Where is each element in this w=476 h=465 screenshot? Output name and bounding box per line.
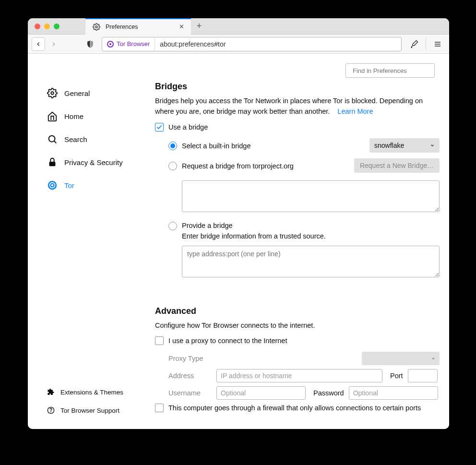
preferences-content: General Home Search Privacy & Security xyxy=(28,54,449,429)
window-controls xyxy=(28,24,66,29)
password-label: Password xyxy=(313,389,344,397)
shield-icon[interactable] xyxy=(83,37,97,51)
url-text: about:preferences#tor xyxy=(155,40,401,48)
firewall-checkbox-row: This computer goes through a firewall th… xyxy=(155,404,440,412)
svg-point-6 xyxy=(51,92,54,95)
search-box[interactable] xyxy=(345,63,435,78)
builtin-bridge-select[interactable]: snowflake xyxy=(369,138,440,153)
builtin-bridge-radio[interactable] xyxy=(168,142,177,150)
proxy-credentials-row: Username Password xyxy=(168,386,440,400)
maximize-window-button[interactable] xyxy=(54,24,60,29)
svg-point-15 xyxy=(51,412,51,412)
advanced-description: Configure how Tor Browser connects to th… xyxy=(155,320,440,331)
request-bridge-radio[interactable] xyxy=(168,162,177,170)
port-label: Port xyxy=(390,372,403,380)
tor-onion-icon xyxy=(107,41,114,48)
tab-preferences[interactable]: Preferences ✕ xyxy=(85,18,191,35)
sidebar-item-search[interactable]: Search xyxy=(47,128,155,151)
close-tab-icon[interactable]: ✕ xyxy=(177,23,186,30)
identity-label: Tor Browser xyxy=(117,40,150,48)
sidebar-item-label: Search xyxy=(64,135,87,143)
home-icon xyxy=(47,111,58,121)
svg-rect-9 xyxy=(49,162,56,166)
provide-bridge-hint: Enter bridge information from a trusted … xyxy=(182,232,440,240)
username-label: Username xyxy=(168,389,212,397)
username-input[interactable] xyxy=(216,386,306,400)
back-button[interactable] xyxy=(32,37,45,51)
forward-button[interactable] xyxy=(47,37,60,51)
address-input[interactable] xyxy=(216,369,382,382)
gear-icon xyxy=(47,88,58,98)
bridges-description: Bridges help you access the Tor Network … xyxy=(155,95,440,117)
port-input[interactable] xyxy=(408,369,438,382)
site-identity[interactable]: Tor Browser xyxy=(102,37,155,51)
category-sidebar: General Home Search Privacy & Security xyxy=(28,54,155,429)
url-bar[interactable]: Tor Browser about:preferences#tor xyxy=(102,37,402,51)
use-bridge-checkbox-row: Use a bridge xyxy=(155,123,440,131)
search-icon xyxy=(47,134,58,144)
bridges-heading: Bridges xyxy=(155,82,440,92)
svg-line-8 xyxy=(54,141,56,143)
toolbar: Tor Browser about:preferences#tor xyxy=(28,35,449,54)
tor-icon xyxy=(47,180,58,191)
chevron-down-icon xyxy=(431,356,436,361)
preferences-search xyxy=(345,63,435,78)
builtin-bridge-value: snowflake xyxy=(374,142,404,149)
advanced-heading: Advanced xyxy=(155,306,440,316)
gear-icon xyxy=(91,22,102,32)
use-bridge-checkbox[interactable] xyxy=(155,123,164,131)
new-tab-button[interactable]: + xyxy=(191,18,207,35)
sidebar-item-tor[interactable]: Tor xyxy=(47,174,155,197)
tab-bar: Preferences ✕ + xyxy=(28,18,449,35)
builtin-bridge-row: Select a built-in bridge snowflake xyxy=(168,138,440,153)
search-input[interactable] xyxy=(353,67,433,74)
use-proxy-label: I use a proxy to connect to the Internet xyxy=(168,337,287,345)
provide-bridge-label: Provide a bridge xyxy=(182,221,440,229)
sidebar-item-privacy[interactable]: Privacy & Security xyxy=(47,151,155,174)
sidebar-item-label: Home xyxy=(64,112,83,120)
sidebar-item-label: Tor xyxy=(64,181,74,190)
sidebar-item-support[interactable]: Tor Browser Support xyxy=(47,401,155,419)
proxy-type-row: Proxy Type xyxy=(168,352,440,365)
chevron-down-icon xyxy=(430,143,435,148)
svg-point-13 xyxy=(51,184,54,187)
builtin-bridge-label: Select a built-in bridge xyxy=(182,141,250,150)
learn-more-link[interactable]: Learn More xyxy=(337,107,373,115)
lock-icon xyxy=(47,157,58,167)
security-level-button[interactable] xyxy=(406,36,422,52)
use-proxy-checkbox[interactable] xyxy=(155,336,164,345)
provide-bridge-row: Provide a bridge Enter bridge informatio… xyxy=(168,221,440,279)
minimize-window-button[interactable] xyxy=(44,24,50,29)
request-new-bridge-button[interactable]: Request a New Bridge… xyxy=(354,158,440,173)
sidebar-bottom: Extensions & Themes Tor Browser Support xyxy=(47,383,155,429)
request-bridge-row: Request a bridge from torproject.org Req… xyxy=(168,158,440,173)
sidebar-item-label: Tor Browser Support xyxy=(60,407,119,414)
request-bridge-textarea[interactable] xyxy=(182,180,440,212)
provide-bridge-textarea[interactable] xyxy=(182,246,440,277)
bridge-radio-group: Select a built-in bridge snowflake Reque… xyxy=(168,138,440,279)
proxy-type-label: Proxy Type xyxy=(168,355,212,362)
help-icon xyxy=(47,406,55,414)
sidebar-item-label: Extensions & Themes xyxy=(60,389,123,396)
main-pane: Bridges Bridges help you access the Tor … xyxy=(155,54,449,429)
proxy-address-row: Address Port xyxy=(168,369,440,382)
sidebar-item-general[interactable]: General xyxy=(47,82,155,105)
address-label: Address xyxy=(168,372,212,380)
request-bridge-label: Request a bridge from torproject.org xyxy=(182,161,294,170)
close-window-button[interactable] xyxy=(35,24,40,29)
use-proxy-checkbox-row: I use a proxy to connect to the Internet xyxy=(155,336,440,345)
firewall-label: This computer goes through a firewall th… xyxy=(168,404,421,412)
sidebar-item-label: General xyxy=(64,89,90,97)
puzzle-icon xyxy=(47,388,55,396)
sidebar-item-home[interactable]: Home xyxy=(47,105,155,128)
sidebar-item-label: Privacy & Security xyxy=(64,158,123,167)
svg-point-7 xyxy=(49,136,55,142)
proxy-type-select[interactable] xyxy=(362,352,440,365)
app-menu-button[interactable] xyxy=(430,36,445,52)
password-input[interactable] xyxy=(349,386,438,400)
provide-bridge-radio[interactable] xyxy=(168,222,177,230)
firewall-checkbox[interactable] xyxy=(155,404,164,412)
svg-point-0 xyxy=(95,26,97,28)
sidebar-item-extensions[interactable]: Extensions & Themes xyxy=(47,383,155,401)
use-bridge-label: Use a bridge xyxy=(168,123,208,131)
